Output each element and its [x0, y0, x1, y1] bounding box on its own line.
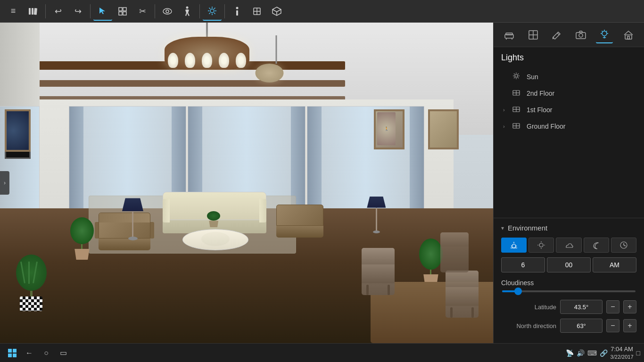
resize-button[interactable] [248, 2, 266, 21]
svg-rect-0 [29, 8, 31, 15]
svg-line-17 [214, 13, 215, 14]
svg-line-56 [514, 77, 515, 78]
time-inputs: 6 00 AM [501, 257, 636, 272]
svg-point-66 [512, 244, 516, 248]
svg-line-25 [272, 9, 277, 12]
svg-line-18 [214, 8, 215, 8]
camera-tool-button[interactable] [572, 26, 589, 43]
room-scene: 🚶 [0, 23, 493, 343]
light-item-2nd-floor[interactable]: 2nd Floor [501, 85, 636, 101]
info-button[interactable] [228, 2, 247, 21]
latitude-decrease[interactable]: − [606, 300, 619, 313]
environment-title: Environment [508, 224, 547, 232]
latitude-input[interactable]: 43.5° [560, 300, 603, 314]
time-btn-custom[interactable] [611, 238, 636, 253]
latitude-increase[interactable]: + [623, 300, 636, 313]
dining-chair-2 [446, 271, 479, 318]
svg-rect-6 [119, 12, 122, 15]
separator-3 [155, 4, 155, 18]
1st-floor-expand[interactable]: › [503, 107, 511, 113]
svg-rect-7 [123, 12, 126, 15]
svg-point-38 [579, 33, 583, 37]
taskbar-clock[interactable]: 7:04 AM 3/22/2017 [611, 346, 634, 360]
svg-marker-3 [99, 8, 105, 14]
north-direction-label: North direction [501, 322, 556, 329]
cortana-button[interactable]: ○ [38, 345, 55, 362]
svg-point-20 [236, 7, 239, 9]
main-area: 🚶 [0, 23, 644, 343]
2nd-floor-icon [512, 89, 523, 98]
light-item-ground-floor[interactable]: › Ground Floor [501, 118, 636, 134]
edit-tool-button[interactable] [548, 26, 565, 43]
armchair-right [276, 205, 323, 238]
dining-chair-1 [362, 248, 395, 295]
furnish-tool-button[interactable] [501, 26, 518, 43]
ground-floor-icon [512, 122, 523, 131]
time-period-input[interactable]: AM [593, 257, 636, 272]
undo-button[interactable]: ↩ [49, 2, 67, 21]
plant-1 [69, 217, 95, 260]
right-panel: Lights Sun 2nd Floor › [493, 23, 644, 343]
svg-rect-80 [8, 354, 12, 357]
task-view-button[interactable]: ▭ [55, 345, 72, 362]
time-btn-cloudy[interactable] [556, 238, 581, 253]
house-tool-button[interactable] [620, 26, 637, 43]
light-item-sun[interactable]: Sun [501, 68, 636, 85]
taskbar-systray: 📡 🔊 ⌨ 🔗 7:04 AM 3/22/2017 □ [566, 346, 640, 360]
back-taskbar-button[interactable]: ← [21, 345, 38, 362]
time-hour-input[interactable]: 6 [501, 257, 545, 272]
time-btn-day[interactable] [528, 238, 554, 253]
svg-point-10 [186, 6, 189, 8]
scissors-button[interactable]: ✂ [133, 2, 152, 21]
library-button[interactable] [24, 2, 42, 21]
svg-line-26 [277, 9, 281, 12]
ground-floor-expand[interactable]: › [503, 123, 511, 129]
light-tool-button[interactable] [596, 26, 613, 43]
arrange-button[interactable] [113, 2, 132, 21]
north-direction-increase[interactable]: + [623, 319, 636, 332]
svg-line-55 [518, 74, 519, 74]
svg-point-8 [163, 8, 172, 14]
cloudiness-slider[interactable] [501, 290, 636, 292]
svg-line-45 [606, 31, 607, 32]
sun-label: Sun [527, 73, 538, 81]
left-panel-toggle[interactable]: › [0, 171, 9, 195]
north-direction-input[interactable]: 63° [560, 319, 603, 333]
time-btn-night[interactable] [584, 238, 609, 253]
taskbar-time: 7:04 AM [611, 346, 634, 354]
table-plants [207, 211, 221, 228]
view-button[interactable] [158, 2, 177, 21]
notification-icon[interactable]: □ [636, 349, 640, 357]
lang-icon[interactable]: 🔗 [600, 349, 608, 357]
north-direction-decrease[interactable]: − [606, 319, 619, 332]
time-btn-dawn[interactable] [501, 238, 527, 253]
viewport[interactable]: 🚶 [0, 23, 493, 343]
taskbar-date: 3/22/2017 [611, 354, 634, 360]
svg-point-39 [602, 31, 607, 36]
svg-point-9 [166, 10, 169, 13]
1st-floor-icon [512, 105, 523, 114]
time-selector [501, 238, 636, 253]
keyboard-icon[interactable]: ⌨ [587, 349, 597, 357]
sun-icon [512, 72, 523, 81]
painting-right-2 [428, 109, 459, 149]
time-minute-input[interactable]: 00 [547, 257, 591, 272]
menu-button[interactable]: ≡ [4, 2, 23, 21]
network-icon[interactable]: 📡 [566, 349, 574, 357]
svg-point-11 [210, 9, 214, 13]
box-button[interactable] [267, 2, 286, 21]
sun-button[interactable] [203, 2, 222, 21]
room-tool-button[interactable] [525, 26, 542, 43]
light-item-1st-floor[interactable]: › 1st Floor [501, 101, 636, 118]
select-button[interactable] [93, 2, 112, 21]
right-panel-toolbar [494, 23, 644, 47]
walk-button[interactable] [178, 2, 197, 21]
svg-rect-29 [506, 33, 512, 35]
redo-button[interactable]: ↪ [68, 2, 87, 21]
lights-title: Lights [501, 53, 636, 63]
svg-rect-46 [625, 35, 632, 39]
environment-header[interactable]: ▾ Environment [501, 224, 636, 232]
2nd-floor-label: 2nd Floor [527, 90, 554, 97]
volume-icon[interactable]: 🔊 [577, 349, 585, 357]
start-button[interactable] [4, 345, 21, 362]
